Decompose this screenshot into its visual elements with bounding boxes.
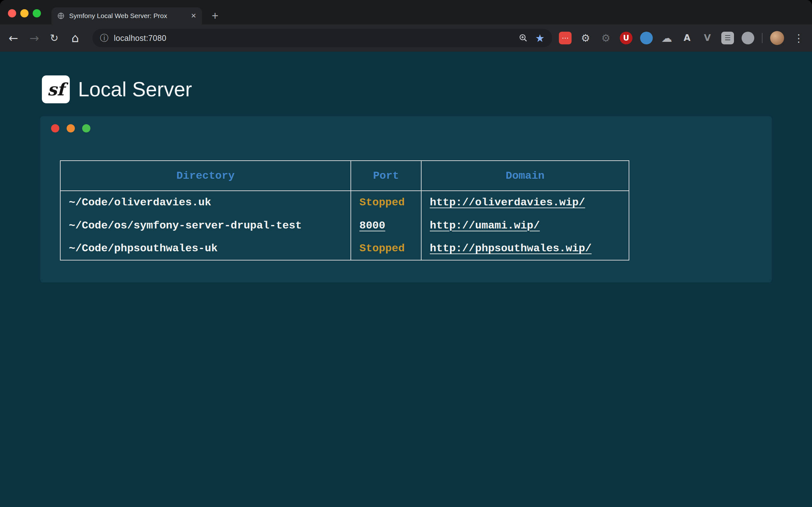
table-row: ~/Code/oliverdavies.uk Stopped http://ol… [60,191,629,214]
globe-favicon-icon [57,12,65,20]
traffic-lights [8,9,41,17]
back-button[interactable]: ← [4,24,22,52]
branding: sf Local Server [42,75,192,103]
panel-orange-dot [67,124,75,132]
port-link[interactable]: 8000 [359,220,386,232]
extension-gear-icon[interactable]: ⚙ [579,32,592,44]
tab-close-icon[interactable]: ✕ [191,12,196,20]
directory-cell: ~/Code/oliverdavies.uk [60,191,351,214]
extension-vimium-icon[interactable]: V [701,32,714,44]
table-header-row: Directory Port Domain [60,161,629,191]
server-panel: Directory Port Domain ~/Code/oliverdavie… [40,116,772,282]
page-info-icon[interactable]: ⓘ [100,32,108,44]
port-cell: Stopped [351,237,421,260]
extension-github-icon[interactable] [742,32,754,44]
table-row: ~/Code/phpsouthwales-uk Stopped http://p… [60,237,629,260]
reload-button[interactable]: ↻ [45,24,63,52]
tab-strip: Symfony Local Web Server: Prox ✕ + [0,0,812,24]
header-domain: Domain [421,161,629,191]
port-cell: Stopped [351,191,421,214]
new-tab-button[interactable]: + [208,7,222,24]
extension-blue-circle-icon[interactable] [640,32,653,44]
domain-cell: http://oliverdavies.wip/ [421,191,629,214]
bookmark-star-icon[interactable]: ★ [535,33,545,43]
zoom-icon[interactable] [519,33,528,43]
browser-menu-icon[interactable]: ⋮ [792,24,806,52]
extension-letter-a-icon[interactable]: A [681,32,693,44]
tab-title: Symfony Local Web Server: Prox [69,12,188,20]
servers-table: Directory Port Domain ~/Code/oliverdavie… [60,160,629,261]
domain-cell: http://phpsouthwales.wip/ [421,237,629,260]
browser-tab[interactable]: Symfony Local Web Server: Prox ✕ [51,7,202,24]
minimize-window-button[interactable] [20,9,29,17]
toolbar-separator [762,33,763,43]
domain-cell: http://umami.wip/ [421,214,629,237]
panel-red-dot [51,124,59,132]
extension-cloud-icon[interactable]: ☁ [660,32,673,44]
browser-window: Symfony Local Web Server: Prox ✕ + ← → ↻… [0,0,812,507]
home-button[interactable]: ⌂ [66,24,84,52]
symfony-logo: sf [42,75,70,103]
domain-link[interactable]: http://phpsouthwales.wip/ [430,242,592,255]
url-text: localhost:7080 [114,34,166,43]
page-content: sf Local Server Directory Port Domain [0,52,812,507]
domain-link[interactable]: http://oliverdavies.wip/ [430,196,585,209]
panel-green-dot [82,124,90,132]
header-port: Port [351,161,421,191]
table-row: ~/Code/os/symfony-server-drupal-test 800… [60,214,629,237]
page-title: Local Server [78,78,192,101]
forward-button[interactable]: → [26,24,43,52]
directory-cell: ~/Code/phpsouthwales-uk [60,237,351,260]
port-cell: 8000 [351,214,421,237]
domain-link[interactable]: http://umami.wip/ [430,220,540,232]
panel-window-dots [51,124,90,132]
extension-red-dots-icon[interactable]: ⋯ [559,32,571,44]
close-window-button[interactable] [8,9,16,17]
directory-cell: ~/Code/os/symfony-server-drupal-test [60,214,351,237]
browser-toolbar: ← → ↻ ⌂ ⓘ localhost:7080 ★ ⋯ ⚙ ⚙ U [0,24,812,52]
extensions-bar: ⋯ ⚙ ⚙ U ☁ A V ☰ [559,24,754,52]
extension-tile-icon[interactable]: ☰ [721,32,734,44]
profile-avatar[interactable] [770,31,784,45]
port-status: Stopped [359,196,405,209]
extension-gear-dark-icon[interactable]: ⚙ [600,32,612,44]
port-status: Stopped [359,242,405,255]
header-directory: Directory [60,161,351,191]
zoom-window-button[interactable] [33,9,41,17]
extension-ublock-icon[interactable]: U [620,32,632,44]
address-bar[interactable]: ⓘ localhost:7080 ★ [92,29,552,47]
